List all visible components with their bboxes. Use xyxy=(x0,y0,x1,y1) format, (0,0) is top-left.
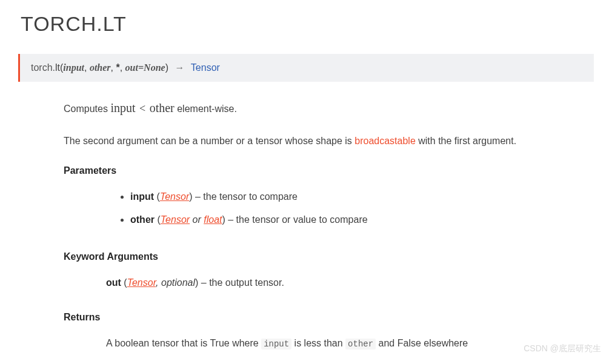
tensor-type-link[interactable]: Tensor xyxy=(127,277,156,288)
code-input: input xyxy=(261,339,291,349)
paren: ( xyxy=(155,214,161,225)
tensor-type-link[interactable]: Tensor xyxy=(160,191,189,202)
param-desc: the tensor or value to compare xyxy=(236,214,368,225)
sig-kw-eq: = xyxy=(138,62,144,73)
returns-desc: A boolean tensor that is True where inpu… xyxy=(64,336,594,351)
sig-paren-close: ) xyxy=(165,62,168,73)
sig-func: lt xyxy=(55,62,60,73)
float-type-link[interactable]: float xyxy=(204,214,222,225)
param-desc: the tensor to compare xyxy=(203,191,298,202)
sig-kw-out: out xyxy=(125,62,138,73)
returns-heading: Returns xyxy=(64,312,594,323)
paren: ( xyxy=(154,191,160,202)
or-sep: or xyxy=(190,214,204,225)
tensor-type-link[interactable]: Tensor xyxy=(161,214,190,225)
parameters-list: input (Tensor) – the tensor to compare o… xyxy=(64,190,594,227)
sig-kw-default: None xyxy=(144,62,165,73)
desc-text: Computes xyxy=(64,104,110,114)
desc-text: element-wise. xyxy=(175,104,237,114)
content-block: Computes input < other element-wise. The… xyxy=(18,99,594,351)
return-type-link[interactable]: Tensor xyxy=(191,62,220,73)
returns-text: is less than xyxy=(291,338,345,348)
sig-param-other: other xyxy=(90,62,111,73)
param-name: out xyxy=(106,277,121,288)
desc-text: The second argument can be a number or a… xyxy=(64,136,354,146)
sig-module: torch. xyxy=(31,62,55,73)
broadcast-note: The second argument can be a number or a… xyxy=(64,134,594,148)
parameters-heading: Parameters xyxy=(64,165,594,176)
paren: ( xyxy=(121,277,127,288)
param-item-input: input (Tensor) – the tensor to compare xyxy=(130,190,594,204)
math-lt: < xyxy=(137,102,148,114)
returns-text: and False elsewhere xyxy=(376,338,468,348)
kwargs-heading: Keyword Arguments xyxy=(64,251,594,262)
optional-label: optional xyxy=(161,277,195,288)
comma: , xyxy=(156,277,161,288)
math-other: other xyxy=(150,101,175,114)
paren: ) – xyxy=(189,191,203,202)
param-name: other xyxy=(130,214,155,225)
math-input: input xyxy=(110,101,135,114)
short-description: Computes input < other element-wise. xyxy=(64,99,594,117)
sig-param-input: input xyxy=(63,62,84,73)
kwarg-desc: the output tensor. xyxy=(209,277,284,288)
param-name: input xyxy=(130,191,154,202)
paren: ) – xyxy=(195,277,209,288)
page-title: TORCH.LT xyxy=(21,12,594,36)
code-other: other xyxy=(345,339,376,349)
function-signature: torch.lt(input, other, *, out=None) → Te… xyxy=(18,54,594,82)
paren: ) – xyxy=(222,214,236,225)
broadcastable-link[interactable]: broadcastable xyxy=(354,136,416,146)
sig-arrow: → xyxy=(172,62,187,73)
sig-sep: , xyxy=(120,62,125,73)
desc-text: with the first argument. xyxy=(416,136,516,146)
param-item-other: other (Tensor or float) – the tensor or … xyxy=(130,213,594,227)
sig-sep: , xyxy=(84,62,90,73)
kwarg-out: out (Tensor, optional) – the output tens… xyxy=(64,276,594,290)
returns-text: A boolean tensor that is True where xyxy=(106,338,261,348)
